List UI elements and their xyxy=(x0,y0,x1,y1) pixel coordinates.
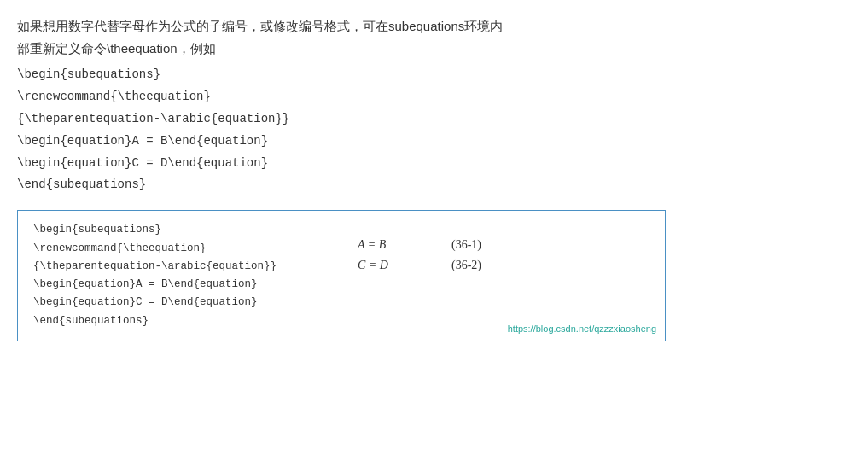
latex-line-5: \begin{equation}C = D\end{equation} xyxy=(17,153,851,175)
preview-inner: \begin{subequations} \renewcommand{\thee… xyxy=(33,221,650,330)
preview-code-line-3: {\theparentequation-\arabic{equation}} xyxy=(33,258,306,276)
equation-row-1: A = B (36-1) xyxy=(358,238,650,252)
latex-line-6: \end{subequations} xyxy=(17,174,851,196)
intro-line1: 如果想用数字代替字母作为公式的子编号，或修改编号格式，可在subequation… xyxy=(17,19,503,33)
intro-text: 如果想用数字代替字母作为公式的子编号，或修改编号格式，可在subequation… xyxy=(17,15,851,59)
intro-line2: 部重新定义命令\theequation，例如 xyxy=(17,41,216,55)
eq-number-1: (36-1) xyxy=(451,238,481,252)
watermark: https://blog.csdn.net/qzzzxiaosheng xyxy=(508,323,656,334)
page-container: 如果想用数字代替字母作为公式的子编号，或修改编号格式，可在subequation… xyxy=(0,0,868,466)
latex-line-2: \renewcommand{\theequation} xyxy=(17,86,851,108)
equation-row-2: C = D (36-2) xyxy=(358,259,650,272)
preview-code-line-6: \end{subequations} xyxy=(33,312,306,330)
preview-code: \begin{subequations} \renewcommand{\thee… xyxy=(33,221,306,330)
latex-block: \begin{subequations} \renewcommand{\thee… xyxy=(17,64,851,196)
latex-line-3: {\theparentequation-\arabic{equation}} xyxy=(17,108,851,131)
preview-box: \begin{subequations} \renewcommand{\thee… xyxy=(17,210,666,341)
latex-line-4: \begin{equation}A = B\end{equation} xyxy=(17,131,851,153)
eq-formula-1: A = B xyxy=(358,238,417,252)
preview-equations: A = B (36-1) C = D (36-2) xyxy=(306,238,650,279)
preview-code-line-5: \begin{equation}C = D\end{equation} xyxy=(33,294,306,312)
preview-code-line-2: \renewcommand{\theequation} xyxy=(33,240,306,258)
preview-code-line-1: \begin{subequations} xyxy=(33,221,306,239)
eq-formula-2: C = D xyxy=(358,259,417,272)
eq-number-2: (36-2) xyxy=(451,259,481,272)
latex-line-1: \begin{subequations} xyxy=(17,64,851,86)
preview-code-line-4: \begin{equation}A = B\end{equation} xyxy=(33,276,306,294)
